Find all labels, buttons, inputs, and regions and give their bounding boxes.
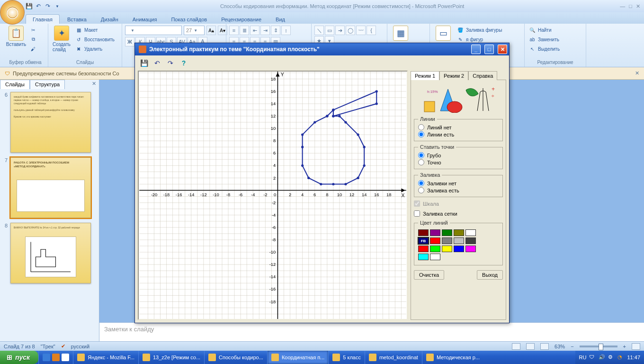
format-painter-button[interactable]: 🖌: [28, 45, 38, 53]
tab-slideshow[interactable]: Показ слайдов: [164, 15, 214, 24]
new-slide-button[interactable]: ✦ Создать слайд: [51, 26, 72, 52]
coord-tab-mode1[interactable]: Режим 1: [411, 71, 439, 80]
color-swatch[interactable]: [454, 229, 464, 236]
radio-fill-none[interactable]: Заливки нет: [418, 180, 499, 187]
radio-points-coarse[interactable]: Грубо: [418, 152, 499, 159]
tray-icon[interactable]: 🛡: [589, 354, 596, 361]
undo-icon[interactable]: ↶: [34, 2, 43, 10]
ql-icon[interactable]: [43, 354, 50, 361]
view-sorter-icon[interactable]: [526, 343, 535, 350]
shape-brace[interactable]: {: [367, 26, 376, 35]
clear-button[interactable]: Очистка: [414, 270, 444, 280]
taskbar-item[interactable]: Способы кодиро...: [204, 351, 267, 364]
bullets-button[interactable]: ≡: [229, 26, 239, 35]
start-button[interactable]: ⊞ пуск: [0, 351, 38, 364]
color-swatch[interactable]: [442, 246, 452, 252]
shape-line[interactable]: ＼: [314, 26, 324, 35]
save-icon[interactable]: 💾: [25, 2, 33, 10]
taskbar-item[interactable]: 5 класс: [328, 351, 365, 364]
tray-icon[interactable]: 🔊: [599, 354, 605, 361]
tab-outline[interactable]: Структура: [30, 80, 65, 89]
coord-minimize-icon[interactable]: _: [471, 45, 481, 54]
numbering-button[interactable]: ≣: [240, 26, 249, 35]
minimize-icon[interactable]: —: [620, 3, 625, 9]
fit-icon[interactable]: [632, 343, 640, 350]
tab-animation[interactable]: Анимация: [126, 15, 164, 24]
zoom-in-icon[interactable]: +: [623, 344, 626, 349]
pane-close-icon[interactable]: ✕: [89, 80, 99, 89]
font-combo[interactable]: ▼: [125, 26, 182, 35]
text-dir-button[interactable]: ↕: [281, 26, 291, 35]
coord-close-icon[interactable]: ✕: [498, 45, 507, 54]
coord-tab-help[interactable]: Справка: [468, 71, 497, 80]
tray-lang[interactable]: RU: [579, 355, 587, 360]
cut-button[interactable]: ✂: [28, 26, 38, 34]
color-swatch[interactable]: [465, 229, 476, 236]
shape-arrow[interactable]: ➔: [335, 26, 345, 35]
slide-thumbnail[interactable]: ВАЖНО! ВЫПОЛНИТЕ № 34 из ч.1 стр. 32 раб…: [10, 223, 91, 283]
color-swatch[interactable]: [418, 237, 429, 244]
taskbar-item[interactable]: 13_z2e [Режим со...: [138, 351, 204, 364]
delete-button[interactable]: ✖Удалить: [74, 45, 116, 53]
reset-button[interactable]: ↺Восстановить: [74, 35, 116, 44]
paste-button[interactable]: 📋 Вставить: [6, 26, 27, 47]
ql-icon[interactable]: [62, 354, 69, 361]
replace-button[interactable]: abЗаменить: [528, 35, 561, 44]
tab-slides[interactable]: Слайды: [0, 80, 30, 89]
security-close-icon[interactable]: ✕: [635, 70, 639, 76]
bold-button[interactable]: Ж: [125, 37, 134, 46]
tray-icon[interactable]: ⚙: [608, 354, 615, 361]
tab-design[interactable]: Дизайн: [94, 15, 125, 24]
redo-icon[interactable]: ↷: [44, 2, 52, 10]
shrink-font-button[interactable]: A▾: [218, 26, 227, 35]
taskbar-item[interactable]: Яндекс - Mozilla F...: [73, 351, 138, 364]
color-swatch[interactable]: [430, 237, 440, 244]
quick-styles-button[interactable]: ▭: [433, 26, 454, 41]
grow-font-button[interactable]: A▴: [206, 26, 216, 35]
view-normal-icon[interactable]: [512, 343, 520, 350]
indent-dec-button[interactable]: ⇤: [250, 26, 259, 35]
notes-placeholder[interactable]: Заметки к слайду: [99, 322, 644, 341]
radio-lines-yes[interactable]: Линии есть: [418, 131, 499, 138]
taskbar-item[interactable]: Координатная п...: [267, 351, 328, 364]
find-button[interactable]: 🔍Найти: [528, 26, 561, 34]
layout-button[interactable]: ▦Макет: [74, 26, 116, 34]
tab-home[interactable]: Главная: [26, 14, 60, 24]
color-swatch[interactable]: [430, 254, 440, 260]
tab-view[interactable]: Вид: [269, 15, 292, 24]
slide-thumbnail[interactable]: каждой букве алфавита поставлена в соотв…: [10, 92, 91, 153]
line-spacing-button[interactable]: ⇕: [271, 26, 280, 35]
color-swatch[interactable]: [418, 254, 429, 260]
coord-maximize-icon[interactable]: □: [484, 45, 494, 54]
copy-button[interactable]: ⧉: [28, 35, 38, 44]
check-grid-fill[interactable]: Заливка сетки: [414, 210, 503, 217]
tray-clock[interactable]: 11:47: [627, 355, 640, 360]
color-swatch[interactable]: [418, 229, 429, 236]
ql-icon[interactable]: [52, 354, 60, 361]
color-swatch[interactable]: [454, 246, 464, 252]
shape-curve[interactable]: 〰: [356, 26, 366, 35]
arrange-button[interactable]: ▦: [390, 26, 411, 41]
exit-button[interactable]: Выход: [477, 270, 503, 280]
color-swatch[interactable]: [442, 229, 452, 236]
coord-redo-icon[interactable]: ↷: [165, 58, 176, 68]
color-swatch[interactable]: [454, 237, 464, 244]
radio-fill-yes[interactable]: Заливка есть: [418, 187, 499, 194]
color-swatch[interactable]: [418, 246, 429, 252]
shape-oval[interactable]: ◯: [346, 26, 355, 35]
view-slideshow-icon[interactable]: [540, 343, 549, 350]
color-swatch[interactable]: [442, 237, 452, 244]
qat-dropdown-icon[interactable]: ▼: [53, 2, 62, 10]
maximize-icon[interactable]: □: [629, 3, 632, 9]
slide-thumbnail[interactable]: РАБОТА С ЭЛЕКТРОННЫМ ПОСОБИЕМ «МЕТОД КОО…: [10, 157, 91, 218]
quick-launch[interactable]: [38, 351, 73, 364]
coord-grid-canvas[interactable]: XY-20-18-16-14-12-10-8-6-4-2246810121416…: [138, 71, 408, 320]
color-swatch[interactable]: [430, 229, 440, 236]
shape-fill-button[interactable]: 🪣Заливка фигуры: [456, 26, 503, 34]
zoom-out-icon[interactable]: −: [571, 344, 573, 349]
color-swatch[interactable]: [430, 246, 440, 252]
office-button[interactable]: ◯: [0, 0, 25, 25]
select-button[interactable]: ↖Выделить: [528, 45, 561, 53]
tab-review[interactable]: Рецензирование: [215, 15, 268, 24]
coord-help-icon[interactable]: ?: [179, 58, 189, 68]
